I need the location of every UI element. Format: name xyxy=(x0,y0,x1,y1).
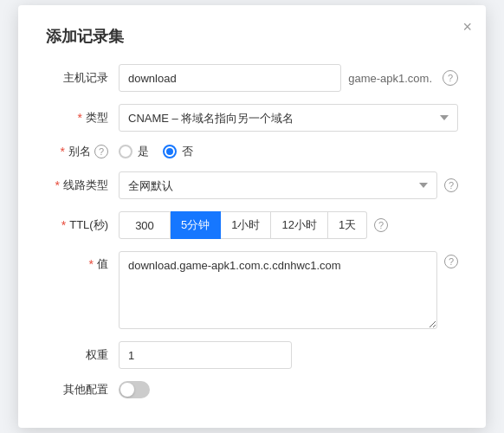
value-row: * 值 download.game-apk1.com.c.cdnhwc1.com… xyxy=(46,251,458,329)
alias-radio-group: 是 否 xyxy=(119,144,193,159)
value-content: download.game-apk1.com.c.cdnhwc1.com ? xyxy=(119,251,458,329)
alias-row: * 别名 ? 是 否 xyxy=(46,144,458,159)
host-input[interactable] xyxy=(119,64,341,92)
ttl-12hour-button[interactable]: 12小时 xyxy=(271,211,327,239)
value-help-icon[interactable]: ? xyxy=(444,255,458,268)
weight-row: 权重 xyxy=(46,341,458,369)
ttl-input[interactable] xyxy=(119,211,171,239)
weight-input[interactable] xyxy=(119,341,292,369)
weight-content xyxy=(119,341,458,369)
alias-yes-option[interactable]: 是 xyxy=(119,144,149,159)
dialog-title: 添加记录集 xyxy=(46,26,458,47)
ttl-1day-button[interactable]: 1天 xyxy=(328,211,367,239)
toggle-knob xyxy=(120,383,134,397)
host-suffix: game-apk1.com. xyxy=(348,72,432,85)
ttl-label: * TTL(秒) xyxy=(46,217,108,233)
route-row: * 线路类型 全网默认 ? xyxy=(46,171,458,199)
alias-no-option[interactable]: 否 xyxy=(163,144,193,159)
route-help-icon[interactable]: ? xyxy=(444,178,458,192)
alias-help-icon[interactable]: ? xyxy=(94,145,108,158)
alias-no-circle xyxy=(163,145,177,158)
route-content: 全网默认 ? xyxy=(119,171,458,199)
ttl-group: 5分钟 1小时 12小时 1天 xyxy=(119,211,367,239)
weight-label: 权重 xyxy=(46,347,108,363)
other-config-row: 其他配置 xyxy=(46,381,458,398)
other-label: 其他配置 xyxy=(46,382,108,397)
alias-content: 是 否 xyxy=(119,144,458,159)
ttl-content: 5分钟 1小时 12小时 1天 ? xyxy=(119,211,458,239)
ttl-1hour-button[interactable]: 1小时 xyxy=(221,211,271,239)
host-help-icon[interactable]: ? xyxy=(443,70,458,86)
type-select[interactable]: CNAME – 将域名指向另一个域名 xyxy=(119,104,458,132)
type-label: * 类型 xyxy=(46,110,108,126)
ttl-help-icon[interactable]: ? xyxy=(374,218,388,232)
host-label: 主机记录 xyxy=(46,70,108,86)
value-label: * 值 xyxy=(46,251,108,272)
alias-yes-circle xyxy=(119,145,132,158)
close-button[interactable]: × xyxy=(462,19,472,35)
add-record-dialog: 添加记录集 × 主机记录 game-apk1.com. ? * 类型 CNAME… xyxy=(18,5,486,428)
type-content: CNAME – 将域名指向另一个域名 xyxy=(119,104,458,132)
ttl-row: * TTL(秒) 5分钟 1小时 12小时 1天 ? xyxy=(46,211,458,239)
ttl-5min-button[interactable]: 5分钟 xyxy=(171,211,221,239)
value-textarea[interactable]: download.game-apk1.com.c.cdnhwc1.com xyxy=(119,251,437,329)
route-label: * 线路类型 xyxy=(46,178,108,193)
alias-label: * 别名 ? xyxy=(46,144,108,159)
other-content xyxy=(119,381,458,398)
host-content: game-apk1.com. ? xyxy=(119,64,458,92)
other-toggle[interactable] xyxy=(119,381,150,398)
host-record-row: 主机记录 game-apk1.com. ? xyxy=(46,64,458,92)
route-select[interactable]: 全网默认 xyxy=(119,171,437,199)
type-row: * 类型 CNAME – 将域名指向另一个域名 xyxy=(46,104,458,132)
